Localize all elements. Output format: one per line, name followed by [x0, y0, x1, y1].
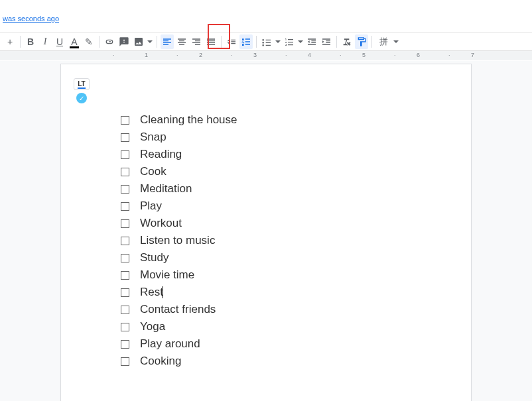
list-item[interactable]: Listen to music — [121, 234, 411, 247]
list-item-label[interactable]: Reading — [140, 148, 182, 161]
list-item-label[interactable]: Play — [140, 200, 162, 213]
list-item-label[interactable]: Meditation — [140, 182, 192, 196]
list-item[interactable]: Rest — [121, 286, 411, 299]
list-item[interactable]: Cleaning the house — [121, 113, 411, 127]
list-item-label[interactable]: Play around — [140, 337, 200, 351]
list-item-label[interactable]: Cook — [140, 165, 166, 178]
clear-format-button[interactable] — [340, 34, 354, 49]
checkbox[interactable] — [121, 116, 129, 125]
list-item[interactable]: Cook — [121, 165, 411, 178]
list-item[interactable]: Study — [121, 251, 411, 264]
checkbox[interactable] — [121, 133, 129, 142]
list-item-label[interactable]: Cooking — [140, 355, 181, 368]
input-method-dropdown[interactable] — [393, 34, 399, 49]
list-item-label[interactable]: Rest — [140, 286, 163, 299]
separator — [371, 36, 372, 48]
list-item-label[interactable]: Workout — [140, 217, 182, 230]
list-item-label[interactable]: Contact friends — [140, 303, 216, 316]
list-item[interactable]: Reading — [121, 148, 411, 161]
chevron-down-icon — [297, 36, 304, 47]
comment-button[interactable] — [117, 34, 131, 49]
list-item-label[interactable]: Snap — [140, 131, 166, 144]
outdent-icon — [306, 36, 317, 47]
checklist[interactable]: Cleaning the houseSnapReadingCookMeditat… — [121, 113, 411, 368]
link-icon — [104, 36, 115, 47]
list-item[interactable]: Yoga — [121, 320, 411, 333]
checkbox[interactable] — [121, 185, 129, 194]
checkbox[interactable] — [121, 306, 129, 314]
align-justify-button[interactable] — [204, 34, 218, 49]
image-dropdown[interactable] — [147, 34, 153, 49]
paint-format-button[interactable] — [355, 34, 368, 49]
paint-format-icon — [356, 36, 367, 47]
align-center-button[interactable] — [175, 34, 188, 49]
checkbox[interactable] — [121, 323, 129, 331]
toolbar: + B I U A ✎ — [0, 32, 532, 51]
link-button[interactable] — [103, 34, 116, 49]
numbered-list-dropdown[interactable] — [297, 34, 304, 49]
list-item[interactable]: Play around — [121, 337, 411, 351]
separator — [99, 36, 100, 48]
separator — [256, 36, 257, 48]
align-justify-icon — [206, 36, 216, 47]
list-item[interactable]: Snap — [121, 131, 411, 144]
list-item-label[interactable]: Study — [140, 251, 168, 264]
text-color-button[interactable]: A — [68, 34, 81, 49]
numbered-list-icon — [284, 36, 295, 47]
checklist-button[interactable] — [239, 34, 253, 49]
image-button[interactable] — [132, 34, 145, 49]
ruler[interactable]: · 1 · 2 · 3 · 4 · 5 · 6 · 7 — [0, 51, 532, 60]
indent-button[interactable] — [320, 34, 333, 49]
list-item[interactable]: Meditation — [121, 182, 411, 196]
checkbox[interactable] — [121, 357, 129, 366]
list-item-label[interactable]: Listen to music — [140, 234, 215, 247]
align-center-icon — [176, 36, 187, 47]
input-method-button[interactable]: 拼 — [375, 34, 391, 49]
checkbox[interactable] — [121, 288, 129, 297]
list-item[interactable]: Contact friends — [121, 303, 411, 316]
underline-button[interactable]: U — [53, 34, 66, 49]
language-tool-chip[interactable]: LT — [74, 78, 90, 90]
document-page[interactable]: Cleaning the houseSnapReadingCookMeditat… — [60, 64, 472, 401]
list-item[interactable]: Play — [121, 200, 411, 213]
list-item[interactable]: Cooking — [121, 355, 411, 368]
image-icon — [133, 36, 144, 47]
line-spacing-icon — [226, 36, 237, 47]
bullet-list-dropdown[interactable] — [275, 34, 281, 49]
indent-icon — [321, 36, 332, 47]
chevron-down-icon — [147, 36, 153, 47]
separator — [221, 36, 222, 48]
chevron-down-icon — [275, 36, 281, 47]
last-saved-link[interactable]: was seconds ago — [3, 15, 59, 23]
list-item-label[interactable]: Cleaning the house — [140, 113, 237, 127]
list-item[interactable]: Movie time — [121, 268, 411, 282]
checkbox[interactable] — [121, 219, 129, 228]
checkbox[interactable] — [121, 237, 129, 245]
comment-icon — [119, 36, 129, 47]
align-left-button[interactable] — [161, 34, 174, 49]
checkbox[interactable] — [121, 150, 129, 159]
align-right-button[interactable] — [190, 34, 203, 49]
checkbox[interactable] — [121, 254, 129, 262]
checkbox[interactable] — [121, 202, 129, 211]
list-item[interactable]: Workout — [121, 217, 411, 230]
check-badge-icon: ✓ — [76, 93, 87, 103]
highlight-button[interactable]: ✎ — [82, 34, 96, 49]
numbered-list-button[interactable] — [283, 34, 296, 49]
line-spacing-button[interactable] — [225, 34, 238, 49]
chevron-down-icon — [393, 36, 399, 47]
checkbox[interactable] — [121, 340, 129, 349]
list-item-label[interactable]: Yoga — [140, 320, 165, 333]
bullet-list-button[interactable] — [260, 34, 273, 49]
checkbox[interactable] — [121, 271, 129, 280]
italic-button[interactable]: I — [38, 34, 52, 49]
outdent-button[interactable] — [305, 34, 318, 49]
language-tool-widget[interactable]: LT ✓ — [73, 78, 90, 103]
checkbox[interactable] — [121, 168, 129, 176]
bold-button[interactable]: B — [24, 34, 37, 49]
page-area: Cleaning the houseSnapReadingCookMeditat… — [0, 61, 532, 401]
list-item-label[interactable]: Movie time — [140, 268, 194, 282]
align-right-icon — [191, 36, 202, 47]
add-button[interactable]: + — [3, 34, 17, 49]
align-left-icon — [162, 36, 172, 47]
